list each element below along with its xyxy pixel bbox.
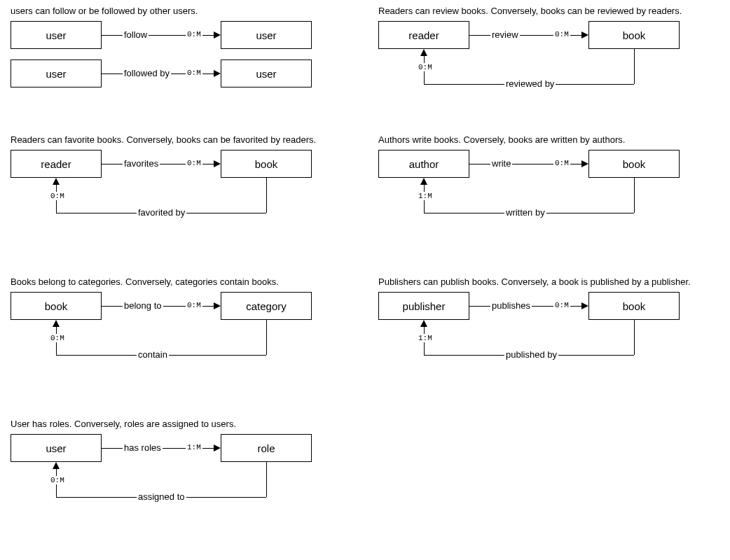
entity-box: user (11, 21, 102, 49)
cardinality-label: 0:M (186, 30, 202, 38)
relation-label: publishes (490, 300, 532, 311)
arrow-right-icon (581, 160, 588, 167)
entity-box: book (588, 150, 680, 178)
entity-box: book (11, 292, 102, 320)
cardinality-label: 1:M (417, 192, 434, 200)
entity-label: book (45, 300, 68, 312)
entity-label: category (246, 300, 287, 312)
entity-label: user (46, 29, 66, 41)
cardinality-label: 1:M (417, 334, 434, 342)
relation-line (634, 178, 635, 213)
entity-label: role (257, 442, 275, 454)
entity-label: reader (41, 158, 71, 170)
diagram-caption: Authors write books. Coversely, books ar… (378, 134, 625, 145)
relation-line (266, 320, 267, 355)
cardinality-label: 0:M (553, 301, 570, 309)
entity-box: publisher (378, 292, 469, 320)
entity-box: author (378, 150, 469, 178)
diagram-caption: User has roles. Conversely, roles are as… (11, 419, 236, 429)
er-diagram-canvas: users can follow or be followed by other… (0, 0, 730, 560)
arrow-up-icon (53, 462, 60, 469)
diagram-caption: users can follow or be followed by other… (11, 6, 198, 16)
cardinality-label: 1:M (186, 443, 202, 451)
relation-label: write (490, 158, 512, 169)
entity-label: reader (408, 29, 439, 41)
arrow-right-icon (214, 70, 221, 77)
arrow-up-icon (420, 320, 427, 327)
entity-box: book (588, 21, 680, 49)
cardinality-label: 0:M (186, 301, 202, 309)
diagram-caption: Books belong to categories. Conversely, … (11, 276, 279, 287)
cardinality-label: 0:M (186, 159, 202, 167)
relation-label: followed by (123, 68, 171, 78)
entity-box: user (221, 21, 312, 49)
entity-box: user (221, 59, 312, 88)
diagram-caption: Readers can favorite books. Conversely, … (11, 134, 316, 145)
entity-box: user (11, 434, 102, 462)
relation-label: follow (123, 29, 149, 40)
cardinality-label: 0:M (417, 63, 434, 71)
entity-label: user (256, 68, 276, 80)
entity-label: publisher (403, 300, 446, 312)
diagram-caption: Readers can review books. Conversely, bo… (378, 6, 682, 16)
entity-box: book (588, 292, 680, 320)
cardinality-label: 0:M (553, 30, 570, 38)
entity-label: user (46, 68, 66, 80)
relation-label: contain (137, 349, 169, 360)
entity-label: book (255, 158, 278, 170)
entity-box: category (221, 292, 312, 320)
arrow-right-icon (214, 302, 221, 309)
cardinality-label: 0:M (49, 476, 66, 484)
cardinality-label: 0:M (49, 192, 66, 200)
relation-label: favorited by (137, 207, 186, 218)
arrow-right-icon (581, 302, 588, 309)
entity-box: reader (11, 150, 102, 178)
entity-box: reader (378, 21, 469, 49)
arrow-right-icon (214, 160, 221, 167)
cardinality-label: 0:M (186, 69, 202, 77)
entity-box: book (221, 150, 312, 178)
entity-label: user (46, 442, 66, 454)
arrow-right-icon (214, 444, 221, 451)
relation-label: review (490, 29, 520, 40)
entity-box: role (221, 434, 312, 462)
arrow-right-icon (214, 31, 221, 38)
entity-box: user (11, 59, 102, 88)
relation-label: published by (504, 349, 558, 360)
relation-label: written by (504, 207, 546, 218)
arrow-up-icon (53, 320, 60, 327)
cardinality-label: 0:M (49, 334, 66, 342)
relation-label: has roles (123, 442, 163, 453)
arrow-up-icon (53, 178, 60, 185)
relation-label: assigned to (137, 491, 186, 502)
relation-label: reviewed by (504, 78, 556, 89)
relation-line (266, 462, 267, 497)
relation-line (634, 49, 635, 84)
entity-label: book (623, 158, 646, 170)
diagram-caption: Publishers can publish books. Conversely… (378, 276, 691, 287)
entity-label: book (623, 29, 646, 41)
entity-label: book (623, 300, 646, 312)
relation-line (634, 320, 635, 355)
entity-label: author (409, 158, 439, 170)
arrow-up-icon (420, 178, 427, 185)
arrow-up-icon (420, 49, 427, 56)
relation-line (266, 178, 267, 213)
relation-label: belong to (123, 300, 163, 311)
relation-label: favorites (123, 158, 160, 169)
cardinality-label: 0:M (553, 159, 570, 167)
entity-label: user (256, 29, 276, 41)
arrow-right-icon (581, 31, 588, 38)
